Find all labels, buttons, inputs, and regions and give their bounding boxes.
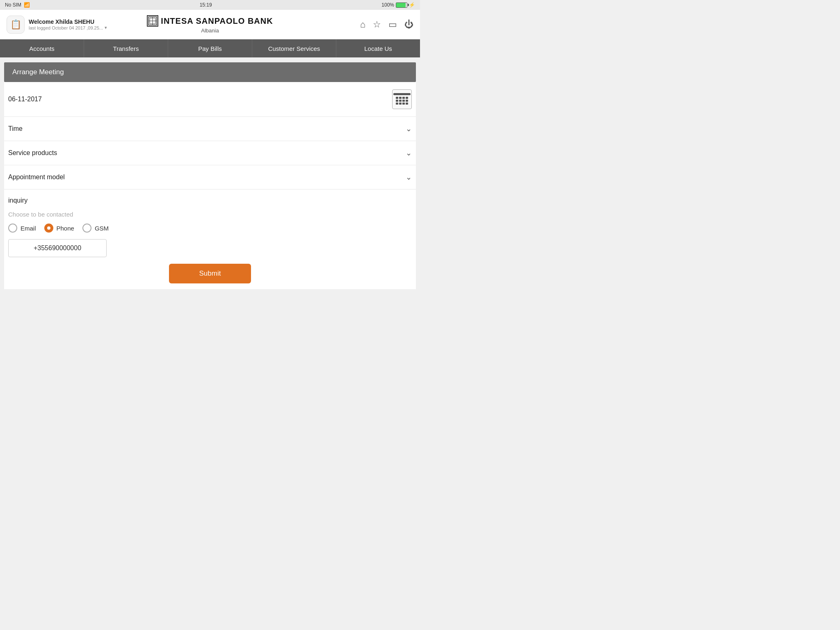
contact-title: Choose to be contacted [8, 211, 412, 218]
inquiry-label: inquiry [4, 189, 416, 208]
email-radio[interactable] [8, 224, 17, 233]
date-control [392, 89, 412, 109]
nav-label-accounts: Accounts [29, 45, 55, 52]
nav-label-locate-us: Locate Us [364, 45, 392, 52]
submit-button[interactable]: Submit [169, 264, 251, 283]
cal-dot [396, 103, 398, 105]
navigation-bar: Accounts Transfers Pay Bills Customer Se… [0, 39, 420, 57]
chevron-down-icon: ⌄ [406, 124, 412, 133]
power-icon[interactable]: ⏻ [404, 19, 413, 30]
nav-label-transfers: Transfers [113, 45, 139, 52]
bank-subtitle: Albania [201, 27, 219, 34]
cal-dot [402, 97, 405, 99]
time-control: ⌄ [406, 124, 412, 133]
app-icon: 📋 [7, 16, 25, 34]
cal-dot [406, 100, 408, 102]
email-label: Email [21, 225, 36, 232]
nav-label-pay-bills: Pay Bills [198, 45, 222, 52]
contact-section: Choose to be contacted Email Phone GSM [4, 208, 416, 289]
gsm-radio[interactable] [82, 224, 91, 233]
nav-item-transfers[interactable]: Transfers [84, 39, 168, 57]
cal-dot [406, 103, 408, 105]
cal-top-bar [393, 93, 410, 95]
cal-dot [402, 103, 405, 105]
welcome-text: Welcome Xhilda SHEHU [29, 18, 107, 25]
nav-item-customer-services[interactable]: Customer Services [252, 39, 336, 57]
calendar-icon[interactable] [392, 89, 412, 109]
nav-item-pay-bills[interactable]: Pay Bills [168, 39, 252, 57]
battery-bar [396, 2, 407, 8]
appointment-model-label: Appointment model [8, 173, 406, 181]
section-header: Arrange Meeting [4, 62, 416, 82]
battery-fill [396, 3, 406, 7]
cal-dot [402, 100, 405, 102]
last-logged-text: last logged October 04 2017 ,09.25... [29, 25, 103, 30]
nav-item-accounts[interactable]: Accounts [0, 39, 84, 57]
battery-pct: 100% [381, 2, 394, 8]
chevron-down-icon: ⌄ [406, 173, 412, 182]
cal-dot [396, 97, 398, 99]
contact-radio-group: Email Phone GSM [8, 224, 412, 233]
service-products-label: Service products [8, 149, 406, 157]
header-center: INTESA SANPAOLO BANK Albania [142, 15, 278, 34]
chevron-down-icon: ⌄ [406, 148, 412, 158]
user-info: Welcome Xhilda SHEHU last logged October… [29, 18, 107, 30]
time-label: Time [8, 125, 406, 132]
appointment-model-row[interactable]: Appointment model ⌄ [4, 165, 416, 189]
star-icon[interactable]: ☆ [373, 19, 381, 30]
status-bar: No SIM 📶 15:19 100% ⚡ [0, 0, 420, 10]
nav-label-customer-services: Customer Services [268, 45, 320, 52]
phone-radio[interactable] [44, 224, 53, 233]
service-products-control: ⌄ [406, 148, 412, 158]
form-card: 06-11-2017 [4, 82, 416, 289]
app-icon-symbol: 📋 [10, 19, 21, 30]
header-left: 📋 Welcome Xhilda SHEHU last logged Octob… [7, 16, 142, 34]
cal-dot [396, 100, 398, 102]
dropdown-icon[interactable]: ▾ [105, 25, 107, 30]
browser-icon[interactable]: ▭ [388, 19, 397, 30]
last-logged: last logged October 04 2017 ,09.25... ▾ [29, 25, 107, 30]
cal-dot [399, 97, 402, 99]
bank-emblem [147, 15, 158, 27]
main-content: Arrange Meeting 06-11-2017 [0, 57, 420, 315]
email-option[interactable]: Email [8, 224, 36, 233]
status-time: 15:19 [200, 2, 212, 8]
service-products-row[interactable]: Service products ⌄ [4, 141, 416, 165]
cal-dots [395, 96, 409, 105]
phone-input[interactable] [8, 239, 107, 257]
cal-dot [399, 100, 402, 102]
bank-logo: INTESA SANPAOLO BANK [147, 15, 273, 27]
status-left: No SIM 📶 [5, 2, 30, 8]
network-label: No SIM [5, 2, 21, 8]
gsm-label: GSM [95, 225, 109, 232]
home-icon[interactable]: ⌂ [360, 19, 365, 30]
phone-option[interactable]: Phone [44, 224, 74, 233]
cal-dot [399, 103, 402, 105]
header-right: ⌂ ☆ ▭ ⏻ [278, 19, 413, 30]
appointment-model-control: ⌄ [406, 173, 412, 182]
phone-label: Phone [57, 225, 74, 232]
bank-name: INTESA SANPAOLO BANK [161, 16, 273, 26]
section-title: Arrange Meeting [12, 68, 64, 76]
time-row[interactable]: Time ⌄ [4, 117, 416, 141]
gsm-option[interactable]: GSM [82, 224, 109, 233]
cal-dot [406, 97, 408, 99]
nav-item-locate-us[interactable]: Locate Us [336, 39, 420, 57]
wifi-icon: 📶 [24, 2, 30, 8]
date-row: 06-11-2017 [4, 82, 416, 117]
status-right: 100% ⚡ [381, 2, 415, 8]
charging-icon: ⚡ [409, 2, 415, 8]
app-header: 📋 Welcome Xhilda SHEHU last logged Octob… [0, 10, 420, 39]
date-label: 06-11-2017 [8, 96, 392, 103]
